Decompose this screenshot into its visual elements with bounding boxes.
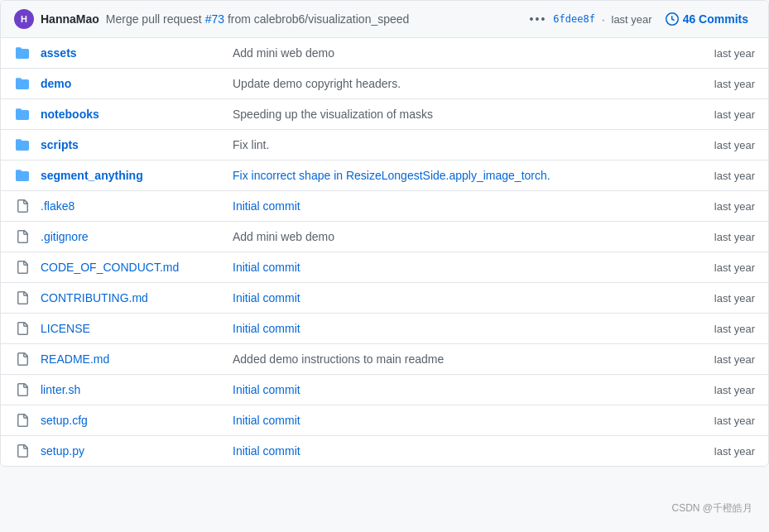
avatar: H: [14, 9, 34, 29]
commit-message-link[interactable]: Initial commit: [233, 322, 300, 335]
repo-header: H HannaMao Merge pull request #73 from c…: [1, 1, 768, 38]
commit-message: Initial commit: [233, 414, 679, 427]
header-right: 6fdee8f · last year 46 Commits: [553, 10, 755, 28]
file-name: notebooks: [41, 108, 223, 121]
file-name-link[interactable]: .flake8: [41, 199, 74, 213]
file-name: assets: [41, 46, 223, 60]
file-time: last year: [689, 445, 755, 458]
commit-message: Fix lint.: [233, 138, 679, 151]
file-icon: [14, 351, 31, 367]
file-name: README.md: [41, 352, 223, 366]
commit-message: Initial commit: [233, 199, 679, 213]
file-name-link[interactable]: notebooks: [41, 108, 99, 121]
table-row: CODE_OF_CONDUCT.mdInitial commitlast yea…: [1, 252, 768, 283]
file-name-link[interactable]: demo: [41, 77, 71, 90]
header-separator: ·: [602, 13, 605, 26]
commit-message: Initial commit: [233, 322, 679, 335]
commit-message-link[interactable]: Initial commit: [233, 291, 300, 304]
commit-message: Initial commit: [233, 444, 679, 458]
file-time: last year: [689, 47, 755, 60]
file-name: LICENSE: [41, 322, 223, 335]
commit-message: Fix incorrect shape in ResizeLongestSide…: [233, 169, 679, 182]
file-name: setup.cfg: [41, 414, 223, 427]
file-time: last year: [689, 170, 755, 182]
commit-message-link[interactable]: Initial commit: [233, 199, 300, 213]
file-icon: [14, 412, 31, 429]
header-dots: •••: [530, 12, 547, 26]
file-name: .flake8: [41, 199, 223, 213]
file-name: setup.py: [41, 444, 223, 458]
file-name-link[interactable]: CONTRIBUTING.md: [41, 291, 148, 304]
file-icon: [14, 381, 31, 398]
table-row: CONTRIBUTING.mdInitial commitlast year: [1, 283, 768, 314]
table-row: assetsAdd mini web demolast year: [1, 38, 768, 69]
file-name: CONTRIBUTING.md: [41, 291, 223, 304]
file-name: CODE_OF_CONDUCT.md: [41, 261, 223, 274]
table-row: LICENSEInitial commitlast year: [1, 314, 768, 344]
pr-link[interactable]: #73: [205, 12, 224, 26]
table-row: setup.pyInitial commitlast year: [1, 436, 768, 466]
file-name-link[interactable]: setup.cfg: [41, 414, 88, 427]
file-name-link[interactable]: segment_anything: [41, 169, 143, 182]
commit-hash[interactable]: 6fdee8f: [553, 13, 595, 25]
file-name-link[interactable]: CODE_OF_CONDUCT.md: [41, 261, 179, 274]
commit-message: Add mini web demo: [233, 46, 679, 60]
commit-message-link[interactable]: Initial commit: [233, 261, 300, 274]
commit-message-link[interactable]: Initial commit: [233, 383, 300, 396]
commits-count-label: 46 Commits: [683, 12, 748, 26]
file-name: linter.sh: [41, 383, 223, 396]
file-name-link[interactable]: scripts: [41, 138, 79, 151]
file-time: last year: [689, 353, 755, 366]
repo-container: H HannaMao Merge pull request #73 from c…: [0, 0, 769, 467]
file-name-link[interactable]: setup.py: [41, 444, 84, 458]
table-row: demoUpdate demo copyright headers.last y…: [1, 69, 768, 99]
commit-message-link[interactable]: Fix incorrect shape in ResizeLongestSide…: [233, 169, 550, 182]
file-name-link[interactable]: .gitignore: [41, 230, 89, 243]
file-time: last year: [689, 261, 755, 274]
folder-icon: [14, 167, 31, 184]
file-name-link[interactable]: assets: [41, 46, 77, 60]
file-name-link[interactable]: README.md: [41, 352, 109, 366]
file-time: last year: [689, 292, 755, 304]
table-row: scriptsFix lint.last year: [1, 130, 768, 161]
file-time: last year: [689, 200, 755, 213]
file-time: last year: [689, 323, 755, 335]
folder-icon: [14, 75, 31, 92]
file-name: .gitignore: [41, 230, 223, 243]
header-commit-message: Merge pull request #73 from calebrob6/vi…: [106, 12, 523, 26]
file-list: assetsAdd mini web demolast yeardemoUpda…: [1, 38, 768, 466]
file-icon: [14, 259, 31, 276]
file-icon: [14, 290, 31, 306]
commit-message: Initial commit: [233, 291, 679, 304]
file-name-link[interactable]: LICENSE: [41, 322, 90, 335]
table-row: .flake8Initial commitlast year: [1, 191, 768, 222]
file-icon: [14, 443, 31, 459]
file-name: segment_anything: [41, 169, 223, 182]
file-time: last year: [689, 231, 755, 243]
table-row: linter.shInitial commitlast year: [1, 375, 768, 405]
folder-icon: [14, 137, 31, 153]
table-row: segment_anythingFix incorrect shape in R…: [1, 161, 768, 191]
file-time: last year: [689, 78, 755, 90]
table-row: .gitignoreAdd mini web demolast year: [1, 222, 768, 252]
header-username[interactable]: HannaMao: [41, 12, 99, 26]
folder-icon: [14, 45, 31, 61]
file-time: last year: [689, 139, 755, 151]
file-time: last year: [689, 384, 755, 396]
commit-message: Initial commit: [233, 383, 679, 396]
folder-icon: [14, 106, 31, 122]
header-time: last year: [612, 13, 652, 26]
commits-button[interactable]: 46 Commits: [659, 10, 755, 28]
commit-message-link[interactable]: Initial commit: [233, 414, 300, 427]
file-name: demo: [41, 77, 223, 90]
commit-message-link[interactable]: Initial commit: [233, 444, 300, 458]
file-name-link[interactable]: linter.sh: [41, 383, 80, 396]
commit-message: Added demo instructions to main readme: [233, 352, 679, 366]
commit-message: Add mini web demo: [233, 230, 679, 243]
clock-icon: [666, 12, 679, 26]
commit-message: Update demo copyright headers.: [233, 77, 679, 90]
file-icon: [14, 320, 31, 337]
file-time: last year: [689, 415, 755, 427]
table-row: notebooksSpeeding up the visualization o…: [1, 99, 768, 130]
file-name: scripts: [41, 138, 223, 151]
